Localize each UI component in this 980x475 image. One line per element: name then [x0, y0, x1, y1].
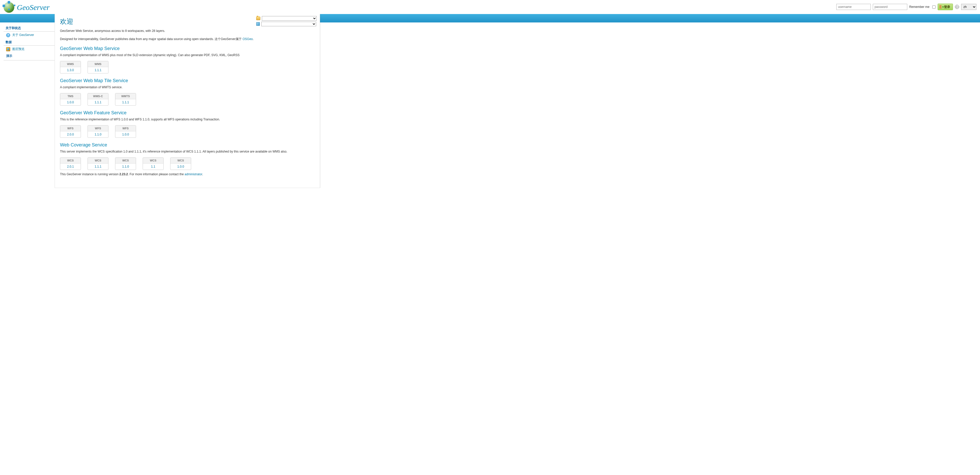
tile-header: WFS	[88, 126, 108, 131]
tile-version: 1.1.1	[88, 164, 108, 170]
tile-version: 1.1.1	[88, 67, 108, 73]
capability-tile[interactable]: WMS-C1.1.1	[88, 93, 108, 106]
tile-header: WCS	[88, 158, 108, 164]
capability-tile[interactable]: WMTS1.1.1	[115, 93, 136, 106]
sidebar-section-about: 关于和状态	[3, 24, 55, 32]
service-tiles: WFS2.0.0WFS1.1.0WFS1.0.0	[60, 125, 315, 138]
capability-tile[interactable]: WMS1.3.0	[60, 61, 81, 73]
folder-icon	[256, 17, 260, 20]
service-title-link[interactable]: GeoServer Web Map Service	[60, 46, 120, 51]
capability-tile[interactable]: WMS1.1.1	[88, 61, 108, 73]
tile-header: WMS	[60, 61, 81, 67]
tile-version: 1.0.0	[170, 164, 191, 170]
service-desc: A compliant implementation of WMS plus m…	[60, 53, 315, 57]
sidebar-item-about-geoserver[interactable]: 关于 GeoServer	[3, 32, 55, 38]
tile-header: WFS	[115, 126, 136, 131]
capability-tile[interactable]: WCS1.0.0	[170, 157, 191, 170]
capability-tile[interactable]: WCS1.1.0	[115, 157, 136, 170]
globe-icon	[3, 2, 14, 13]
tile-header: WMS-C	[88, 94, 108, 99]
login-door-icon	[939, 5, 943, 9]
login-button-label: 登录	[944, 5, 950, 9]
intro-text: GeoServer Web Service, anonymous access …	[60, 29, 315, 33]
sidebar: 关于和状态 关于 GeoServer 数据 图层预览 演示	[3, 22, 55, 188]
tile-version: 1.1.1	[88, 99, 108, 105]
main-panel: 欢迎 GeoServer Web Service, anonymous acce…	[55, 14, 320, 188]
remember-checkbox[interactable]	[932, 5, 935, 9]
remember-label: Remember me	[909, 5, 929, 9]
capability-tile[interactable]: WCS1.1	[143, 157, 164, 170]
tile-version: 2.0.0	[60, 131, 81, 138]
version-text: This GeoServer instance is running versi…	[60, 172, 315, 176]
capability-tile[interactable]: TMS1.0.0	[60, 93, 81, 106]
about-icon	[6, 33, 10, 37]
tile-version: 1.1	[143, 164, 163, 170]
logo[interactable]: GeoServer	[3, 2, 49, 13]
layer-select[interactable]	[261, 22, 316, 26]
tile-header: WCS	[115, 158, 136, 164]
service-desc: A compliant implementation of WMTS servi…	[60, 85, 315, 89]
service-tiles: WMS1.3.0WMS1.1.1	[60, 61, 315, 73]
layers-icon	[6, 47, 10, 51]
login-bar: Remember me 登录 zh	[836, 3, 977, 10]
login-button[interactable]: 登录	[938, 3, 953, 10]
service-title-link[interactable]: GeoServer Web Feature Service	[60, 110, 127, 115]
tile-header: WCS	[143, 158, 163, 164]
administrator-link[interactable]: administrator	[185, 172, 202, 176]
language-select[interactable]: zh	[961, 4, 977, 10]
workspace-select[interactable]	[262, 16, 317, 21]
tile-version: 1.1.0	[115, 164, 136, 170]
tile-header: WMTS	[115, 94, 136, 99]
sidebar-section-demo[interactable]: 演示	[3, 52, 55, 60]
tile-version: 1.0.0	[115, 131, 136, 138]
layer-icon	[256, 22, 260, 26]
service-tiles: TMS1.0.0WMS-C1.1.1WMTS1.1.1	[60, 93, 315, 106]
service-tiles: WCS2.0.1WCS1.1.1WCS1.1.0WCS1.1WCS1.0.0	[60, 157, 315, 170]
sidebar-item-layer-preview[interactable]: 图层预览	[3, 46, 55, 52]
tile-version: 2.0.1	[60, 164, 81, 170]
service-title-link[interactable]: Web Coverage Service	[60, 142, 107, 148]
interop-text: Designed for interoperability, GeoServer…	[60, 37, 315, 41]
osgeo-link[interactable]: OSGeo	[242, 37, 253, 41]
tile-header: TMS	[60, 94, 81, 99]
tile-header: WCS	[60, 158, 81, 164]
service-title-link[interactable]: GeoServer Web Map Tile Service	[60, 78, 128, 83]
capability-tile[interactable]: WFS1.1.0	[88, 125, 108, 138]
tile-version: 1.3.0	[60, 67, 81, 73]
language-globe-icon	[955, 5, 959, 9]
capability-tile[interactable]: WCS1.1.1	[88, 157, 108, 170]
sidebar-item-label: 图层预览	[12, 47, 24, 51]
capability-tile[interactable]: WFS1.0.0	[115, 125, 136, 138]
capability-tile[interactable]: WCS2.0.1	[60, 157, 81, 170]
sidebar-item-label: 关于 GeoServer	[12, 33, 34, 37]
tile-version: 1.1.0	[88, 131, 108, 138]
service-desc: This server implements the WCS specifica…	[60, 149, 315, 154]
tile-header: WMS	[88, 61, 108, 67]
sidebar-section-data: 数据	[3, 38, 55, 46]
tile-version: 1.1.1	[115, 99, 136, 105]
tile-version: 1.0.0	[60, 99, 81, 105]
capability-tile[interactable]: WFS2.0.0	[60, 125, 81, 138]
service-desc: This is the reference implementation of …	[60, 117, 315, 122]
password-input[interactable]	[873, 4, 907, 10]
username-input[interactable]	[836, 4, 871, 10]
tile-header: WCS	[170, 158, 191, 164]
tile-header: WFS	[60, 126, 81, 131]
logo-text: GeoServer	[17, 3, 49, 12]
